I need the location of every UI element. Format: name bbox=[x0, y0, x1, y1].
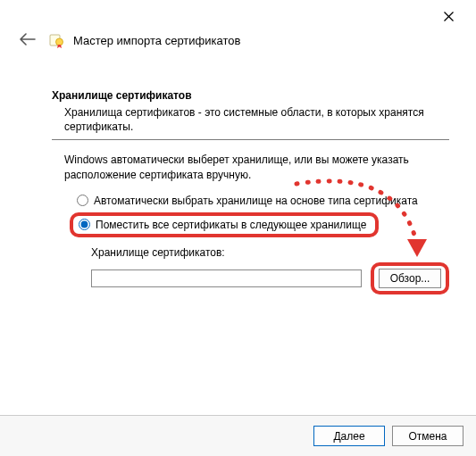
wizard-window: Мастер импорта сертификатов Хранилище се… bbox=[0, 0, 476, 456]
radio-auto-input[interactable] bbox=[77, 195, 88, 206]
wizard-content: Хранилище сертификатов Хранилища сертифи… bbox=[52, 89, 449, 294]
highlight-place-option: Поместить все сертификаты в следующее хр… bbox=[70, 212, 379, 237]
radio-auto-select[interactable]: Автоматически выбрать хранилище на основ… bbox=[77, 193, 449, 209]
wizard-header: Мастер импорта сертификатов bbox=[16, 30, 460, 50]
back-arrow-icon[interactable] bbox=[16, 30, 39, 50]
section-heading: Хранилище сертификатов bbox=[52, 89, 449, 102]
certificate-wizard-icon bbox=[48, 32, 64, 48]
radio-place-input[interactable] bbox=[79, 219, 90, 230]
next-button[interactable]: Далее bbox=[313, 426, 385, 446]
svg-point-3 bbox=[56, 38, 63, 46]
store-path-input[interactable] bbox=[91, 269, 362, 287]
store-field-label: Хранилище сертификатов: bbox=[91, 246, 449, 259]
radio-group: Автоматически выбрать хранилище на основ… bbox=[77, 193, 449, 239]
wizard-footer: Далее Отмена bbox=[0, 415, 476, 456]
store-subsection: Хранилище сертификатов: Обзор... bbox=[91, 246, 449, 294]
cancel-button[interactable]: Отмена bbox=[392, 426, 463, 446]
instruction-text: Windows автоматически выберет хранилище,… bbox=[64, 153, 449, 181]
section-description: Хранилища сертификатов - это системные о… bbox=[64, 105, 449, 134]
divider bbox=[52, 139, 449, 140]
highlight-browse: Обзор... bbox=[371, 262, 449, 294]
radio-place-label: Поместить все сертификаты в следующее хр… bbox=[96, 219, 366, 231]
close-icon bbox=[444, 12, 454, 21]
radio-auto-label: Автоматически выбрать хранилище на основ… bbox=[94, 195, 418, 207]
close-button[interactable] bbox=[430, 4, 467, 29]
wizard-title: Мастер импорта сертификатов bbox=[73, 34, 240, 47]
browse-button[interactable]: Обзор... bbox=[379, 269, 441, 288]
